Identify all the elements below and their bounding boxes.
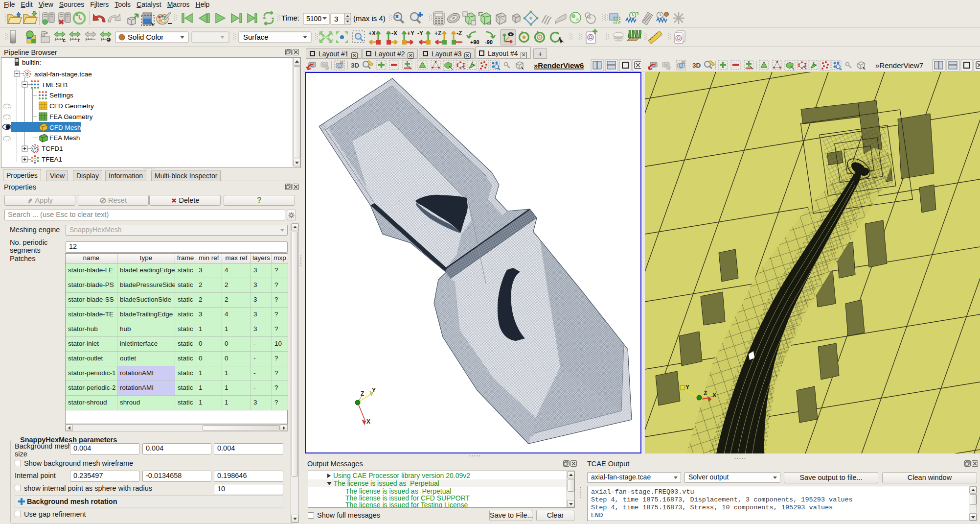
- svg-text:Settings: Settings: [49, 92, 73, 99]
- svg-text:Surface: Surface: [243, 33, 269, 41]
- svg-text:X: X: [712, 392, 716, 399]
- svg-text:+Z: +Z: [434, 30, 441, 37]
- svg-text:Z: Z: [704, 390, 707, 397]
- svg-text:builtin:: builtin:: [22, 59, 41, 66]
- svg-text:»RenderView6: »RenderView6: [534, 61, 584, 70]
- svg-text:+Y: +Y: [407, 30, 414, 37]
- svg-text:FEA Mesh: FEA Mesh: [49, 134, 80, 142]
- svg-text:TMESH1: TMESH1: [42, 81, 68, 89]
- svg-text:3D: 3D: [692, 62, 701, 69]
- svg-text:t: t: [78, 37, 80, 43]
- svg-text:(max is 4): (max is 4): [353, 14, 386, 23]
- svg-text:Time:: Time:: [281, 14, 299, 22]
- svg-text:CFD Mesh: CFD Mesh: [49, 124, 81, 131]
- svg-text:FEA Geometry: FEA Geometry: [49, 113, 93, 120]
- svg-text:TFEA1: TFEA1: [42, 156, 62, 163]
- svg-text:Y: Y: [685, 384, 689, 391]
- svg-text:-Y: -Y: [417, 30, 423, 37]
- svg-text:axial-fan-stage.tcae: axial-fan-stage.tcae: [34, 71, 92, 78]
- svg-text:»RenderView7: »RenderView7: [875, 61, 923, 70]
- svg-text:-90: -90: [485, 39, 493, 45]
- svg-text:TCFD1: TCFD1: [42, 145, 63, 152]
- svg-text:Z: Z: [361, 390, 364, 397]
- svg-text:X: X: [366, 418, 370, 425]
- svg-text:Solid Color: Solid Color: [128, 33, 163, 41]
- svg-text:c: c: [63, 37, 66, 43]
- svg-text:+90: +90: [470, 39, 479, 45]
- svg-text:-X: -X: [391, 30, 397, 37]
- svg-text:3: 3: [334, 15, 338, 23]
- svg-text:+X: +X: [368, 30, 376, 37]
- svg-text:-Z: -Z: [456, 30, 462, 37]
- svg-text:Y: Y: [372, 387, 376, 394]
- svg-text:3D: 3D: [351, 62, 360, 69]
- svg-text:5100: 5100: [306, 15, 321, 23]
- svg-text:CFD Geometry: CFD Geometry: [49, 102, 94, 110]
